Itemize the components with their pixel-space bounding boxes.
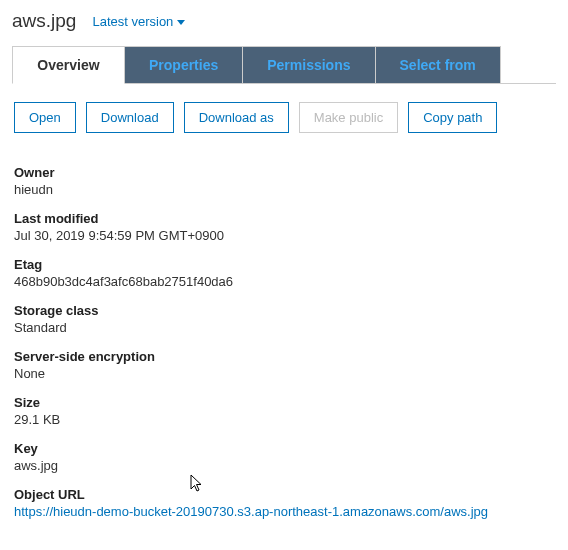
version-dropdown[interactable]: Latest version — [92, 14, 185, 29]
field-value: 468b90b3dc4af3afc68bab2751f40da6 — [14, 274, 554, 289]
tabs: Overview Properties Permissions Select f… — [12, 46, 556, 84]
field-label: Object URL — [14, 487, 554, 502]
download-as-button[interactable]: Download as — [184, 102, 289, 133]
field-key: Key aws.jpg — [14, 441, 554, 473]
tab-permissions[interactable]: Permissions — [243, 46, 375, 84]
file-title: aws.jpg — [12, 10, 76, 32]
field-last-modified: Last modified Jul 30, 2019 9:54:59 PM GM… — [14, 211, 554, 243]
tab-properties[interactable]: Properties — [125, 46, 243, 84]
field-etag: Etag 468b90b3dc4af3afc68bab2751f40da6 — [14, 257, 554, 289]
version-label: Latest version — [92, 14, 173, 29]
field-value: aws.jpg — [14, 458, 554, 473]
field-value: Standard — [14, 320, 554, 335]
field-label: Storage class — [14, 303, 554, 318]
copy-path-button[interactable]: Copy path — [408, 102, 497, 133]
tab-overview[interactable]: Overview — [12, 46, 125, 84]
object-url-link[interactable]: https://hieudn-demo-bucket-20190730.s3.a… — [14, 504, 554, 519]
field-value: None — [14, 366, 554, 381]
download-button[interactable]: Download — [86, 102, 174, 133]
field-storage-class: Storage class Standard — [14, 303, 554, 335]
field-owner: Owner hieudn — [14, 165, 554, 197]
make-public-button: Make public — [299, 102, 398, 133]
tab-select-from[interactable]: Select from — [376, 46, 501, 84]
action-bar: Open Download Download as Make public Co… — [0, 84, 568, 145]
open-button[interactable]: Open — [14, 102, 76, 133]
field-label: Size — [14, 395, 554, 410]
field-label: Etag — [14, 257, 554, 272]
field-value: 29.1 KB — [14, 412, 554, 427]
overview-details: Owner hieudn Last modified Jul 30, 2019 … — [0, 145, 568, 539]
field-object-url: Object URL https://hieudn-demo-bucket-20… — [14, 487, 554, 519]
field-value: hieudn — [14, 182, 554, 197]
field-label: Last modified — [14, 211, 554, 226]
object-header: aws.jpg Latest version — [0, 0, 568, 46]
field-size: Size 29.1 KB — [14, 395, 554, 427]
field-sse: Server-side encryption None — [14, 349, 554, 381]
field-label: Server-side encryption — [14, 349, 554, 364]
field-value: Jul 30, 2019 9:54:59 PM GMT+0900 — [14, 228, 554, 243]
field-label: Key — [14, 441, 554, 456]
chevron-down-icon — [177, 20, 185, 25]
field-label: Owner — [14, 165, 554, 180]
